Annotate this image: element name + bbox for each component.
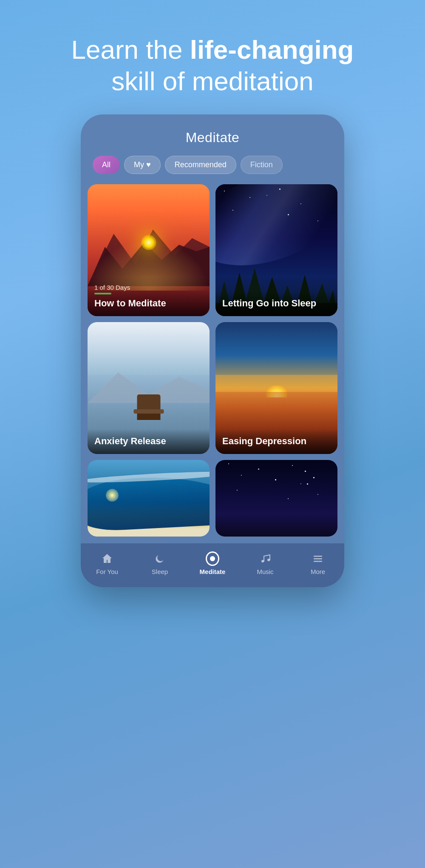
music-icon bbox=[258, 552, 272, 565]
card-overlay: 1 of 30 Days How to Meditate bbox=[88, 277, 210, 316]
nav-music[interactable]: Music bbox=[248, 552, 282, 575]
tab-fiction[interactable]: Fiction bbox=[241, 156, 283, 174]
star bbox=[266, 195, 267, 196]
card-wave[interactable] bbox=[88, 460, 210, 537]
card-overlay: Anxiety Release bbox=[88, 429, 210, 454]
progress-bar bbox=[94, 293, 111, 294]
star bbox=[237, 490, 238, 491]
moon-icon bbox=[153, 552, 167, 565]
svg-rect-16 bbox=[314, 561, 322, 562]
hero-section: Learn the life-changing skill of meditat… bbox=[54, 34, 371, 97]
phone-frame: Meditate All My ♥ Recommended Fiction bbox=[81, 114, 344, 587]
constellation-star bbox=[307, 483, 308, 485]
star bbox=[258, 468, 259, 470]
star bbox=[275, 479, 276, 480]
card-title: Letting Go into Sleep bbox=[222, 298, 331, 309]
nav-for-you[interactable]: For You bbox=[90, 552, 124, 575]
star bbox=[292, 465, 293, 466]
star bbox=[224, 191, 225, 191]
card-title: Anxiety Release bbox=[94, 436, 203, 447]
card-overlay: Easing Depression bbox=[215, 429, 337, 454]
nav-label-meditate: Meditate bbox=[200, 568, 226, 575]
star bbox=[317, 494, 318, 495]
nav-label-music: Music bbox=[257, 568, 273, 575]
star bbox=[279, 188, 280, 190]
tab-all[interactable]: All bbox=[93, 156, 120, 174]
nav-meditate[interactable]: Meditate bbox=[196, 552, 230, 575]
card-starfield[interactable] bbox=[215, 460, 337, 537]
card-overlay: Letting Go into Sleep bbox=[215, 291, 337, 316]
card-letting-go-sleep[interactable]: Letting Go into Sleep bbox=[215, 184, 337, 316]
screen-title: Meditate bbox=[93, 130, 332, 146]
wave-shape bbox=[88, 473, 210, 532]
card-subtitle: 1 of 30 Days bbox=[94, 284, 203, 291]
svg-rect-14 bbox=[314, 556, 322, 557]
content-grid: 1 of 30 Days How to Meditate bbox=[81, 177, 344, 537]
star bbox=[300, 203, 301, 204]
star bbox=[228, 463, 229, 464]
star bbox=[317, 220, 318, 221]
svg-point-13 bbox=[267, 559, 270, 561]
star bbox=[288, 214, 289, 215]
constellation-star bbox=[305, 471, 306, 472]
card-title: How to Meditate bbox=[94, 298, 203, 309]
card-title: Easing Depression bbox=[222, 436, 331, 447]
hero-bold: life-changing bbox=[190, 35, 354, 64]
tab-my[interactable]: My ♥ bbox=[124, 156, 161, 174]
star bbox=[300, 483, 301, 484]
hero-line1: Learn the bbox=[71, 35, 190, 64]
menu-icon bbox=[311, 552, 325, 565]
svg-rect-15 bbox=[314, 558, 322, 560]
star bbox=[249, 197, 250, 198]
constellation-star bbox=[313, 477, 314, 478]
nav-more[interactable]: More bbox=[301, 552, 335, 575]
svg-point-12 bbox=[261, 560, 264, 562]
nav-label-more: More bbox=[311, 568, 325, 575]
star bbox=[288, 498, 289, 499]
screen-header: Meditate All My ♥ Recommended Fiction bbox=[81, 114, 344, 177]
dock bbox=[137, 394, 160, 420]
card-how-to-meditate[interactable]: 1 of 30 Days How to Meditate bbox=[88, 184, 210, 316]
tab-recommended[interactable]: Recommended bbox=[165, 156, 236, 174]
filter-tabs: All My ♥ Recommended Fiction bbox=[93, 156, 332, 176]
meditate-icon bbox=[206, 552, 219, 565]
bottom-nav: For You Sleep Meditate bbox=[81, 543, 344, 587]
nav-sleep[interactable]: Sleep bbox=[143, 552, 177, 575]
card-anxiety-release[interactable]: Anxiety Release bbox=[88, 322, 210, 454]
hero-line2: skill of meditation bbox=[111, 66, 314, 96]
star bbox=[232, 210, 233, 211]
home-icon bbox=[100, 552, 114, 565]
card-easing-depression[interactable]: Easing Depression bbox=[215, 322, 337, 454]
star bbox=[241, 475, 242, 476]
nav-label-for-you: For You bbox=[96, 568, 118, 575]
nav-label-sleep: Sleep bbox=[152, 568, 168, 575]
